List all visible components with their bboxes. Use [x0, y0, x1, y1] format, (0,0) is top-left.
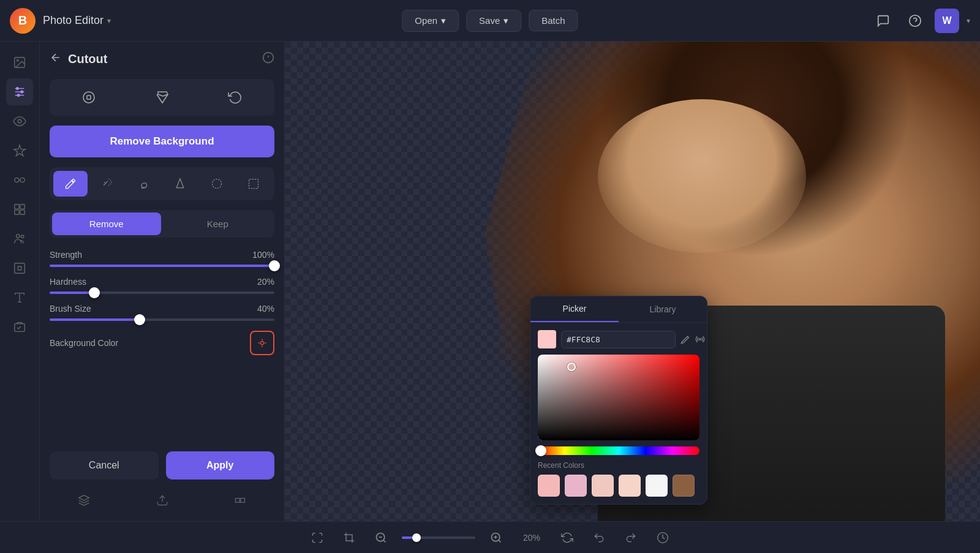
panel-info-button[interactable] — [262, 51, 274, 67]
strength-thumb[interactable] — [269, 260, 280, 271]
panel-title: Cutout — [68, 52, 256, 66]
remove-background-button[interactable]: Remove Background — [50, 126, 274, 157]
svg-rect-14 — [20, 205, 24, 209]
zoom-value: 20% — [517, 533, 546, 543]
picker-dropper-icon-button[interactable] — [695, 331, 705, 348]
zoom-slider-thumb[interactable] — [412, 533, 421, 542]
hardness-slider[interactable] — [50, 292, 274, 294]
zoom-in-button[interactable] — [485, 527, 507, 549]
zoom-slider-container — [402, 536, 475, 539]
strength-value: 100% — [252, 250, 274, 260]
svg-point-12 — [20, 178, 24, 182]
user-chevron-icon: ▾ — [967, 17, 970, 25]
left-panel: Cutout Remove Background — [40, 42, 285, 521]
user-avatar[interactable]: W — [935, 9, 959, 33]
apply-button[interactable]: Apply — [166, 451, 275, 480]
cancel-button[interactable]: Cancel — [50, 451, 159, 480]
brush-tool-polygon[interactable] — [163, 171, 197, 197]
sidebar-item-watermark[interactable] — [6, 314, 33, 340]
bg-color-swatch[interactable] — [250, 331, 274, 355]
hue-slider[interactable] — [538, 446, 699, 455]
tool-icons-row — [50, 79, 274, 116]
open-chevron-icon: ▾ — [441, 15, 446, 26]
svg-point-17 — [17, 235, 20, 238]
remove-keep-toggle: Remove Keep — [50, 210, 274, 238]
picker-tab-library[interactable]: Library — [619, 296, 707, 322]
recent-color-4[interactable] — [619, 475, 641, 497]
picker-tab-picker[interactable]: Picker — [530, 296, 619, 322]
zoom-slider[interactable] — [402, 536, 475, 539]
brush-tool-circle[interactable] — [200, 171, 234, 197]
reset-icon-button[interactable] — [201, 84, 270, 111]
cutout-icon-button[interactable] — [55, 84, 123, 111]
topbar-center: Open ▾ Save ▾ Batch — [402, 10, 578, 32]
help-icon-button[interactable] — [903, 9, 927, 33]
picker-tabs: Picker Library — [530, 296, 707, 323]
brush-tool-lasso[interactable] — [127, 171, 161, 197]
strength-slider[interactable] — [50, 265, 274, 267]
chat-icon-button[interactable] — [871, 9, 895, 33]
history-button[interactable] — [652, 527, 674, 549]
export-tool-button[interactable] — [128, 489, 197, 511]
sidebar-item-magic[interactable] — [6, 137, 33, 164]
brush-size-slider-section: Brush Size 40% — [50, 304, 274, 321]
remove-toggle-button[interactable]: Remove — [52, 213, 161, 235]
svg-line-48 — [499, 540, 501, 542]
svg-point-29 — [260, 341, 263, 344]
recent-color-3[interactable] — [592, 475, 614, 497]
refresh-button[interactable] — [556, 527, 578, 549]
picker-body: Recent Colors — [530, 323, 707, 504]
recent-color-6[interactable] — [673, 475, 695, 497]
gradient-canvas[interactable] — [538, 355, 699, 440]
brush-tool-paint[interactable] — [53, 171, 88, 197]
svg-point-25 — [83, 92, 94, 103]
arrange-tool-button[interactable] — [206, 489, 274, 511]
brush-size-thumb[interactable] — [134, 314, 145, 325]
sidebar-item-filter[interactable] — [6, 167, 33, 194]
sidebar-item-adjust[interactable] — [6, 78, 33, 105]
face — [598, 99, 807, 253]
hardness-fill — [50, 292, 94, 294]
panel-back-button[interactable] — [50, 51, 62, 67]
sidebar-item-image[interactable] — [6, 49, 33, 76]
hardness-thumb[interactable] — [89, 287, 100, 298]
sidebar-item-layers[interactable] — [6, 196, 33, 223]
sidebar-item-effects[interactable] — [6, 255, 33, 282]
eyedropper-icon-button[interactable] — [680, 331, 690, 348]
svg-line-45 — [383, 540, 386, 542]
undo-button[interactable] — [588, 527, 610, 549]
brush-tool-magic-wand[interactable] — [90, 171, 124, 197]
action-row: Cancel Apply — [50, 451, 274, 480]
sidebar-item-people[interactable] — [6, 225, 33, 252]
keep-toggle-button[interactable]: Keep — [164, 213, 273, 235]
sidebar-item-text[interactable] — [6, 284, 33, 311]
brush-size-value: 40% — [257, 304, 274, 314]
open-button[interactable]: Open ▾ — [402, 10, 459, 32]
save-chevron-icon: ▾ — [503, 15, 508, 26]
hue-thumb[interactable] — [535, 445, 546, 456]
hex-input[interactable] — [561, 331, 676, 348]
svg-point-37 — [699, 339, 701, 340]
svg-rect-16 — [20, 210, 24, 214]
color-preview-swatch — [538, 330, 556, 348]
save-button[interactable]: Save ▾ — [466, 10, 521, 32]
recent-color-1[interactable] — [538, 475, 560, 497]
fit-to-screen-button[interactable] — [306, 527, 328, 549]
brush-size-slider[interactable] — [50, 318, 274, 321]
layers-tool-button[interactable] — [50, 489, 118, 511]
mask-icon-button[interactable] — [128, 84, 197, 111]
svg-rect-26 — [87, 96, 91, 99]
save-label: Save — [479, 15, 500, 26]
batch-button[interactable]: Batch — [529, 10, 578, 31]
brush-tool-rect[interactable] — [236, 171, 271, 197]
svg-rect-19 — [15, 263, 25, 274]
app-title-button[interactable]: Photo Editor ▾ — [43, 14, 111, 27]
topbar: B Photo Editor ▾ Open ▾ Save ▾ Batch W ▾ — [0, 0, 980, 42]
svg-rect-35 — [236, 498, 240, 503]
recent-color-2[interactable] — [565, 475, 587, 497]
redo-button[interactable] — [620, 527, 642, 549]
sidebar-item-eye[interactable] — [6, 108, 33, 135]
crop-button[interactable] — [338, 527, 360, 549]
recent-color-5[interactable] — [646, 475, 668, 497]
zoom-out-button[interactable] — [370, 527, 392, 549]
